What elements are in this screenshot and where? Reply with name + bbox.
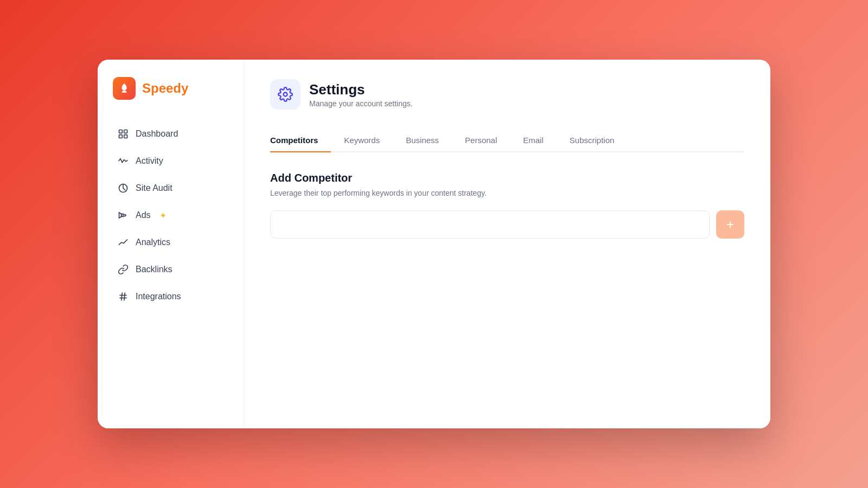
- svg-rect-1: [119, 130, 123, 133]
- ads-star-badge: ✦: [159, 210, 167, 221]
- settings-icon-wrap: [270, 79, 301, 110]
- sidebar-item-activity-label: Activity: [136, 156, 163, 166]
- svg-rect-7: [122, 214, 123, 217]
- svg-rect-2: [124, 130, 127, 133]
- settings-tabs: Competitors Keywords Business Personal E…: [270, 129, 744, 152]
- activity-icon: [117, 155, 129, 167]
- sidebar: Speedy Dashboard Activity: [98, 60, 244, 428]
- sidebar-item-analytics-label: Analytics: [136, 237, 170, 247]
- sidebar-item-analytics[interactable]: Analytics: [108, 230, 233, 255]
- page-subtitle: Manage your account settings.: [309, 99, 413, 108]
- sidebar-item-ads[interactable]: Ads ✦: [108, 203, 233, 228]
- site-audit-icon: [117, 182, 129, 194]
- competitor-section: Add Competitor Leverage their top perfor…: [270, 172, 744, 239]
- sidebar-item-ads-label: Ads: [136, 210, 151, 220]
- app-window: Speedy Dashboard Activity: [98, 60, 770, 428]
- logo-icon: [113, 77, 136, 100]
- page-header: Settings Manage your account settings.: [270, 79, 744, 110]
- settings-gear-icon: [278, 87, 293, 102]
- analytics-icon: [117, 236, 129, 248]
- sidebar-item-dashboard[interactable]: Dashboard: [108, 121, 233, 146]
- section-title: Add Competitor: [270, 172, 744, 184]
- page-title: Settings: [309, 81, 413, 98]
- page-header-text: Settings Manage your account settings.: [309, 81, 413, 108]
- tab-email[interactable]: Email: [510, 129, 557, 152]
- tab-personal[interactable]: Personal: [452, 129, 510, 152]
- svg-point-0: [123, 87, 125, 89]
- svg-line-10: [122, 293, 123, 301]
- main-content: Settings Manage your account settings. C…: [244, 60, 770, 428]
- tab-business[interactable]: Business: [393, 129, 452, 152]
- dashboard-icon: [117, 128, 129, 140]
- svg-rect-3: [119, 135, 123, 138]
- sidebar-item-integrations[interactable]: Integrations: [108, 284, 233, 309]
- ads-icon: [117, 209, 129, 221]
- sidebar-item-site-audit[interactable]: Site Audit: [108, 176, 233, 201]
- svg-line-11: [124, 293, 125, 301]
- integrations-icon: [117, 291, 129, 303]
- svg-rect-4: [124, 135, 127, 138]
- backlinks-icon: [117, 264, 129, 275]
- add-competitor-button[interactable]: +: [716, 210, 744, 239]
- competitor-input-row: +: [270, 210, 744, 239]
- logo-area: Speedy: [108, 77, 233, 100]
- sidebar-item-site-audit-label: Site Audit: [136, 183, 173, 193]
- sidebar-item-backlinks[interactable]: Backlinks: [108, 257, 233, 282]
- sidebar-item-backlinks-label: Backlinks: [136, 265, 173, 274]
- tab-competitors[interactable]: Competitors: [270, 129, 331, 152]
- logo-text: Speedy: [142, 81, 188, 96]
- tab-keywords[interactable]: Keywords: [331, 129, 393, 152]
- add-icon: +: [726, 217, 734, 232]
- svg-point-12: [284, 93, 288, 97]
- tab-subscription[interactable]: Subscription: [557, 129, 628, 152]
- sidebar-item-dashboard-label: Dashboard: [136, 129, 178, 139]
- competitor-input[interactable]: [270, 210, 710, 239]
- sidebar-item-integrations-label: Integrations: [136, 292, 181, 301]
- section-description: Leverage their top performing keywords i…: [270, 189, 744, 197]
- sidebar-item-activity[interactable]: Activity: [108, 149, 233, 174]
